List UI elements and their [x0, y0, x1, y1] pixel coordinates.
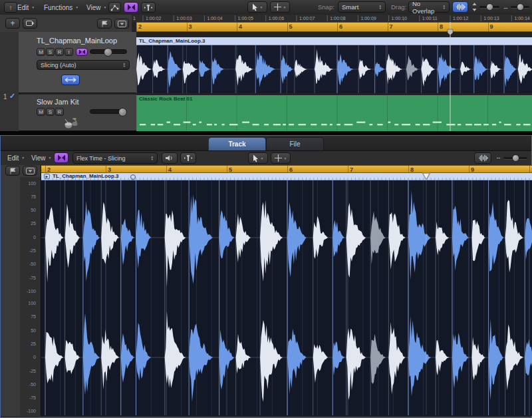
editor-flex-button[interactable] — [54, 152, 68, 163]
cycle-ruler-top[interactable]: 23456789 — [136, 22, 532, 32]
flex-time-value: Flex Time - Slicing — [76, 155, 126, 162]
flex-button[interactable] — [124, 2, 138, 13]
track-icon-audio[interactable] — [61, 75, 80, 85]
time-ruler[interactable] — [132, 15, 532, 22]
menu-functions-label: Functions — [44, 4, 72, 11]
crosshair-tool-button[interactable]: ▼ — [270, 1, 290, 13]
horizontal-zoom-icon: ↔ — [495, 154, 501, 160]
editor-menu-view[interactable]: View▼ — [31, 152, 51, 163]
bar-line — [488, 23, 489, 31]
chevron-down-icon: ▼ — [49, 156, 52, 160]
region-play-icon[interactable] — [44, 174, 50, 179]
prelisten-button[interactable] — [162, 152, 178, 164]
bar-line — [106, 166, 106, 172]
menu-functions[interactable]: Functions▼ — [44, 2, 78, 13]
volume-knob[interactable] — [118, 108, 127, 116]
catch-button[interactable] — [141, 2, 156, 13]
collapse-arrow-icon — [118, 21, 126, 27]
track-enable-checkmark-icon[interactable]: ✓ — [9, 92, 15, 101]
mute-button[interactable]: M — [37, 108, 45, 116]
midi-region-body[interactable]: Classic Rock Beat 01 — [136, 95, 532, 131]
loop-circle-icon[interactable] — [130, 174, 136, 180]
flex-mode-value: Slicing (Auto) — [41, 62, 76, 69]
slider-knob[interactable] — [517, 3, 524, 11]
bar-line — [388, 23, 388, 31]
pointer-tool-button[interactable]: ▼ — [247, 1, 267, 13]
track-flex-badge[interactable] — [76, 48, 88, 56]
track-plus-icon — [26, 20, 35, 27]
volume-knob[interactable] — [104, 48, 112, 57]
editor-toolbar: Edit▼ View▼ Flex Time - Slicing ▼ ▼ ↔ — [1, 151, 531, 166]
track-number: 1 — [3, 93, 7, 101]
track-header-1[interactable]: TL_Chapman_MainLoop M S R I Slicing (Aut… — [19, 32, 136, 93]
bar-number: 3 — [189, 23, 192, 30]
editor-zoom-slider[interactable] — [503, 157, 527, 160]
chevron-down-icon: ▼ — [31, 5, 35, 9]
tab-file[interactable]: File — [266, 137, 324, 150]
flag-icon — [101, 21, 108, 27]
automation-button[interactable] — [108, 2, 121, 13]
collapse-arrow-icon — [26, 168, 35, 174]
slider-knob[interactable] — [486, 3, 493, 11]
track-header-2[interactable]: Slow Jam Kit M S R — [19, 95, 136, 131]
plus-icon: + — [10, 19, 15, 28]
editor-flag-button[interactable] — [5, 166, 20, 176]
record-button[interactable]: R — [55, 108, 64, 116]
flex-mode-popup[interactable]: Slicing (Auto) — [37, 60, 130, 70]
horizontal-zoom-slider[interactable] — [511, 6, 529, 9]
editor-menu-edit[interactable]: Edit▼ — [7, 152, 25, 163]
bar-line — [469, 166, 469, 172]
track-name[interactable]: Slow Jam Kit — [37, 98, 79, 106]
solo-button[interactable]: S — [46, 108, 55, 116]
double-arrow-icon — [64, 77, 77, 83]
editor-gutter — [1, 165, 41, 416]
add-track-button[interactable]: + — [5, 18, 20, 29]
mute-button[interactable]: M — [37, 48, 45, 56]
editor-pointer-tool[interactable]: ▼ — [248, 152, 268, 164]
menu-edit[interactable]: Edit▼ — [17, 2, 35, 13]
chevron-down-icon: ▼ — [75, 5, 78, 9]
bar-line — [166, 166, 167, 172]
back-button[interactable]: ↑ — [4, 2, 17, 13]
stepper-icon — [443, 5, 446, 10]
record-button[interactable]: R — [55, 48, 64, 56]
region-header-1[interactable]: TL_Chapman_MainLoop.3 — [136, 37, 532, 45]
menu-view-label: View — [86, 4, 101, 11]
cycle-ruler-editor[interactable]: 2345678910 — [41, 165, 532, 173]
bar-line — [237, 23, 237, 31]
flex-view-toggle[interactable] — [452, 1, 468, 13]
editor-tab-bar: Track File — [1, 136, 531, 151]
snap-popup[interactable]: Smart — [338, 1, 386, 13]
solo-button[interactable]: S — [46, 48, 55, 56]
vertical-zoom-slider[interactable] — [479, 6, 499, 9]
track-name[interactable]: TL_Chapman_MainLoop — [37, 37, 117, 45]
drag-popup[interactable]: No Overlap — [408, 1, 450, 13]
flag-icon — [9, 168, 17, 174]
menu-edit-label: Edit — [17, 4, 29, 11]
waveform-editor-canvas[interactable] — [41, 180, 532, 416]
bar-number: 2 — [47, 166, 51, 173]
duplicate-track-button[interactable] — [23, 18, 37, 29]
editor-flex-view-toggle[interactable] — [474, 152, 491, 164]
volume-slider[interactable] — [90, 109, 127, 114]
chevron-down-icon: ▼ — [261, 156, 264, 160]
bar-number: 5 — [229, 166, 232, 173]
automation-icon — [110, 4, 119, 11]
bar-line — [227, 166, 227, 172]
flag-button[interactable] — [97, 19, 112, 29]
editor-catch-button[interactable] — [180, 152, 196, 164]
bar-number: 7 — [350, 166, 353, 173]
menu-view[interactable]: View▼ — [86, 2, 106, 13]
audio-region-body-1[interactable] — [136, 45, 532, 93]
editor-region-header[interactable]: TL_Chapman_MainLoop.3 — [41, 173, 532, 180]
editor-collapse-button[interactable] — [23, 166, 37, 176]
editor-crosshair-tool[interactable]: ▼ — [271, 152, 291, 164]
collapse-button[interactable] — [114, 19, 129, 29]
bar-number: 3 — [108, 166, 111, 173]
flex-time-popup[interactable]: Flex Time - Slicing — [72, 152, 158, 164]
funnel-icon — [184, 154, 193, 162]
slider-knob[interactable] — [512, 154, 519, 162]
tab-track[interactable]: Track — [208, 137, 266, 150]
volume-slider[interactable] — [90, 49, 127, 54]
input-monitor-button[interactable]: I — [65, 48, 73, 56]
